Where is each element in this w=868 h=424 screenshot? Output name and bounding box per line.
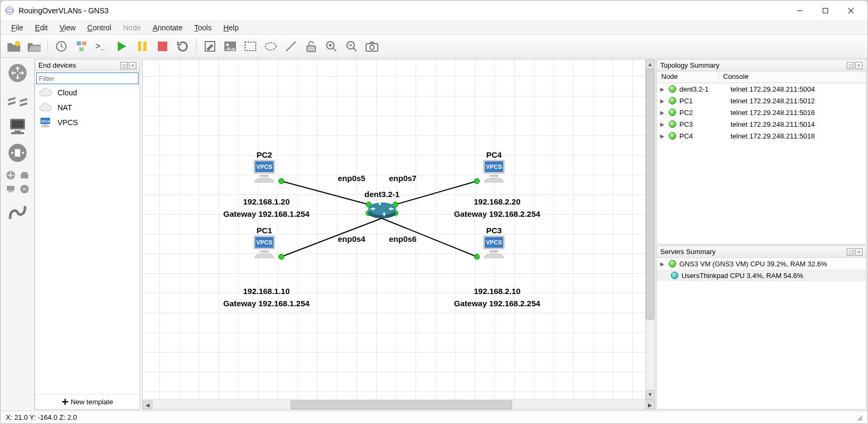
server-row[interactable]: ▶GNS3 VM (GNS3 VM) CPU 39.2%, RAM 32.6% [657,258,866,270]
topology-row[interactable]: ▶PC1telnet 172.29.248.211:5012 [657,95,866,107]
open-project-button[interactable] [26,38,42,54]
toolbar: >_ [1,35,867,58]
screenshot-button[interactable] [364,38,380,54]
add-link-button[interactable] [6,201,29,224]
topology-console: telnet 172.29.248.211:5016 [731,109,815,117]
canvas-vscrollbar[interactable]: ▲▼ [645,60,655,399]
browse-security-small-icon[interactable] [19,184,30,194]
topology-node-name: PC4 [679,132,727,140]
svg-text:VPCS: VPCS [256,164,272,170]
device-item-vpcs[interactable]: VPCS VPCS [35,115,140,130]
pc-node[interactable]: VPCS [479,157,509,186]
col-node[interactable]: Node [657,71,719,83]
topology-row[interactable]: ▶PC4telnet 172.29.248.211:5018 [657,130,866,142]
new-template-button[interactable]: + New template [35,394,140,409]
devices-filter-input[interactable] [36,72,139,84]
close-button[interactable] [839,3,863,19]
topology-node-name: PC1 [679,97,727,105]
stop-all-button[interactable] [155,38,171,54]
security-devices-category-button[interactable] [6,141,29,165]
interface-label: enp0s4 [338,234,366,243]
topology-row[interactable]: ▶PC3telnet 172.29.248.211:5014 [657,118,866,130]
switches-category-button[interactable] [6,88,29,111]
status-dot-icon [669,85,676,93]
all-devices-small-icon[interactable] [5,170,16,181]
draw-ellipse-button[interactable] [263,38,279,54]
topology-row[interactable]: ▶PC2telnet 172.29.248.211:5016 [657,107,866,118]
start-all-button[interactable] [114,38,130,54]
topology-column-headers: Node Console [657,71,866,83]
browse-templates-small-icon[interactable] [19,170,30,181]
panel-undock-icon[interactable]: ◻ [847,62,854,69]
resize-grip-icon[interactable]: ◢ [857,413,862,421]
end-devices-category-button[interactable] [6,115,29,138]
minimize-button[interactable] [788,3,812,19]
menu-view[interactable]: View [55,22,80,33]
svg-rect-41 [7,186,14,191]
browse-end-devices-small-icon[interactable] [5,184,16,194]
panel-close-icon[interactable]: × [855,248,863,256]
show-labels-button[interactable] [74,38,90,54]
server-row[interactable]: UsersThinkpad CPU 3.4%, RAM 54.6% [657,270,866,281]
add-note-button[interactable] [202,38,218,54]
right-panels: Topology Summary ◻× Node Console ▶dent3.… [656,59,866,410]
ip-annotation: 192.168.2.20Gateway 192.168.2.254 [454,196,540,220]
draw-rectangle-button[interactable] [242,38,258,54]
pause-all-button[interactable] [134,38,150,54]
svg-rect-42 [9,191,13,192]
panel-undock-icon[interactable]: ◻ [120,62,128,69]
expander-icon[interactable]: ▶ [660,121,666,127]
device-label: NAT [58,103,72,112]
canvas-hscrollbar[interactable]: ◀▶ [143,399,655,409]
svg-rect-73 [490,175,498,177]
expander-icon[interactable]: ▶ [660,110,666,116]
status-dot-icon [669,132,676,140]
topology-row[interactable]: ▶dent3.2-1telnet 172.29.248.211:5004 [657,83,866,95]
topology-canvas[interactable]: dent3.2-1VPCSPC2VPCSPC1VPCSPC4VPCSPC3enp… [143,60,645,399]
servers-summary-panel: Servers Summary ◻× ▶GNS3 VM (GNS3 VM) CP… [656,246,866,410]
pc-node[interactable]: VPCS [479,232,509,262]
router-node[interactable] [367,198,397,219]
device-item-nat[interactable]: NAT [35,100,140,115]
expander-icon[interactable]: ▶ [660,98,666,104]
menu-control[interactable]: Control [83,22,116,33]
topology-console: telnet 172.29.248.211:5014 [731,120,815,128]
panel-undock-icon[interactable]: ◻ [847,248,854,256]
zoom-out-button[interactable] [344,38,360,54]
menu-tools[interactable]: Tools [190,22,216,33]
snapshot-button[interactable] [53,38,69,54]
topology-console: telnet 172.29.248.211:5012 [731,97,815,105]
device-list: Cloud NAT VPCS VPCS [35,85,140,394]
console-button[interactable]: >_ [94,38,110,54]
pc-node[interactable]: VPCS [249,232,279,262]
panel-close-icon[interactable]: × [129,62,136,69]
draw-line-button[interactable] [283,38,299,54]
panel-close-icon[interactable]: × [855,62,863,69]
menu-file[interactable]: File [7,22,28,33]
pc-node[interactable]: VPCS [249,157,279,186]
zoom-in-button[interactable] [323,38,339,54]
new-project-button[interactable] [6,38,22,54]
device-item-cloud[interactable]: Cloud [35,85,140,100]
insert-image-button[interactable] [222,38,238,54]
menu-edit[interactable]: Edit [31,22,52,33]
menu-help[interactable]: Help [219,22,243,33]
routers-category-button[interactable] [6,61,29,85]
ip-annotation: 192.168.1.10Gateway 192.168.1.254 [223,286,310,309]
cloud-icon [38,103,52,112]
maximize-button[interactable] [813,3,838,19]
lock-button[interactable] [303,38,319,54]
svg-text:VPCS: VPCS [486,239,502,246]
pc-label: PC2 [256,150,272,159]
status-dot-icon [669,120,676,128]
expander-icon[interactable]: ▶ [660,261,666,267]
menu-annotate[interactable]: Annotate [148,22,186,33]
topology-console: telnet 172.29.248.211:5004 [731,85,815,93]
expander-icon[interactable]: ▶ [660,133,666,139]
svg-text:VPCS: VPCS [41,120,50,123]
svg-rect-46 [43,125,47,126]
svg-rect-18 [245,42,256,51]
col-console[interactable]: Console [719,71,866,83]
expander-icon[interactable]: ▶ [660,86,666,92]
reload-all-button[interactable] [175,38,191,54]
